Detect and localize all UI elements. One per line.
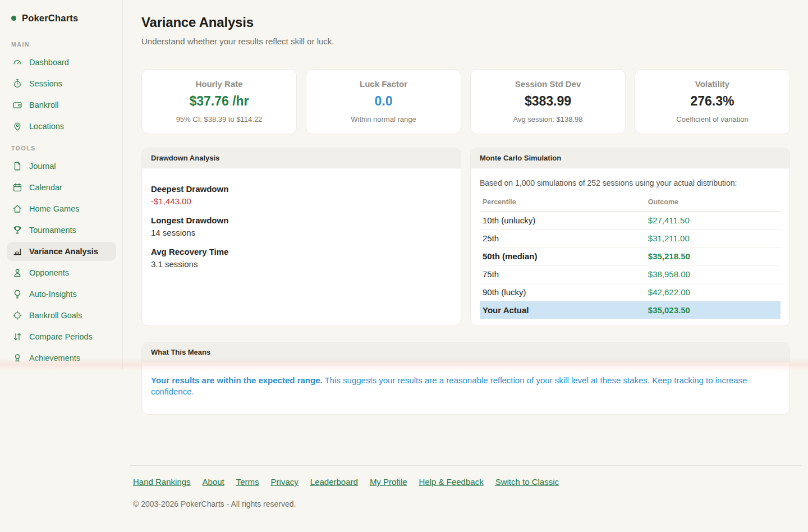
journal-icon xyxy=(12,161,22,171)
analysis-panels: Drawdown Analysis Deepest Drawdown -$1,4… xyxy=(141,148,790,326)
map-pin-icon xyxy=(12,121,22,131)
sidebar-item-label: Locations xyxy=(29,122,64,131)
sidebar-item-journal[interactable]: Journal xyxy=(7,157,116,176)
drawdown-recovery: Avg Recovery Time 3.1 sessions xyxy=(151,247,452,269)
drawdown-stat-label: Deepest Drawdown xyxy=(151,184,452,194)
sidebar-item-tournaments[interactable]: Tournaments xyxy=(7,221,116,240)
table-row: 75th $38,958.00 xyxy=(480,265,781,283)
sidebar-item-dashboard[interactable]: Dashboard xyxy=(7,53,116,72)
wallet-icon xyxy=(12,100,22,110)
sidebar-item-label: Calendar xyxy=(29,183,62,192)
percentile-cell: 50th (median) xyxy=(480,247,645,265)
percentile-cell: Your Actual xyxy=(480,301,645,319)
footer-link-terms[interactable]: Terms xyxy=(236,477,259,487)
outcome-cell: $35,023.50 xyxy=(645,301,781,319)
calendar-icon xyxy=(12,182,22,192)
table-row-your-actual: Your Actual $35,023.50 xyxy=(480,301,781,319)
what-this-means-body: Your results are within the expected ran… xyxy=(142,363,789,414)
drawdown-panel-body: Deepest Drawdown -$1,443.00 Longest Draw… xyxy=(142,168,461,287)
stat-sub: 95% CI: $38.39 to $114.22 xyxy=(150,115,288,123)
lightbulb-icon xyxy=(12,289,22,299)
column-header-percentile: Percentile xyxy=(480,198,645,212)
outcome-cell: $42,622.00 xyxy=(645,283,781,301)
person-icon xyxy=(12,268,22,278)
sidebar-item-variance-analysis[interactable]: Variance Analysis xyxy=(7,242,116,261)
footer-link-about[interactable]: About xyxy=(203,477,224,487)
sidebar-item-label: Achievements xyxy=(29,354,80,363)
sidebar-item-achievements[interactable]: Achievements xyxy=(7,348,116,368)
home-icon xyxy=(12,204,22,214)
stat-card-luck-factor: Luck Factor 0.0 Within normal range xyxy=(306,69,461,134)
footer-link-my-profile[interactable]: My Profile xyxy=(370,477,407,487)
app-name: PokerCharts xyxy=(22,13,78,24)
sidebar-item-session-alerts[interactable]: Session Alerts xyxy=(7,370,116,373)
sidebar-item-bankroll-goals[interactable]: Bankroll Goals xyxy=(7,306,116,325)
sidebar-item-label: Auto-Insights xyxy=(29,290,77,299)
footer: Hand Rankings About Terms Privacy Leader… xyxy=(130,465,801,508)
sidebar-item-auto-insights[interactable]: Auto-Insights xyxy=(7,285,116,304)
footer-link-help-feedback[interactable]: Help & Feedback xyxy=(419,477,484,487)
sidebar-item-calendar[interactable]: Calendar xyxy=(7,178,116,197)
trophy-icon xyxy=(12,225,22,235)
sidebar-item-label: Opponents xyxy=(29,268,69,277)
percentile-cell: 75th xyxy=(480,265,645,283)
table-row: 50th (median) $35,218.50 xyxy=(480,247,781,265)
stat-label: Hourly Rate xyxy=(150,79,288,89)
copyright-text: © 2003-2026 PokerCharts - All rights res… xyxy=(133,499,801,508)
sidebar-section-tools: TOOLS xyxy=(11,145,112,152)
app-logo[interactable]: PokerCharts xyxy=(0,0,123,24)
target-icon xyxy=(12,310,22,320)
sidebar-item-label: Journal xyxy=(29,162,56,171)
sidebar-item-opponents[interactable]: Opponents xyxy=(7,263,116,282)
drawdown-longest: Longest Drawdown 14 sessions xyxy=(151,215,452,237)
footer-link-hand-rankings[interactable]: Hand Rankings xyxy=(133,477,191,487)
stat-sub: Avg session: $138.98 xyxy=(479,115,617,123)
drawdown-panel-header: Drawdown Analysis xyxy=(142,148,461,168)
percentile-cell: 90th (lucky) xyxy=(480,283,645,301)
footer-link-privacy[interactable]: Privacy xyxy=(271,477,299,487)
stat-card-session-std-dev: Session Std Dev $383.99 Avg session: $13… xyxy=(470,69,626,134)
sidebar: PokerCharts MAIN Dashboard Sessions Bank… xyxy=(0,0,123,373)
sidebar-item-locations[interactable]: Locations xyxy=(7,117,116,136)
logo-dot-icon xyxy=(11,16,16,21)
outcome-cell: $38,958.00 xyxy=(645,265,781,283)
stats-row: Hourly Rate $37.76 /hr 95% CI: $38.39 to… xyxy=(141,69,790,134)
footer-link-switch-to-classic[interactable]: Switch to Classic xyxy=(495,477,559,487)
monte-carlo-panel-body: Based on 1,000 simulations of 252 sessio… xyxy=(471,168,789,326)
drawdown-analysis-panel: Drawdown Analysis Deepest Drawdown -$1,4… xyxy=(141,148,461,326)
compare-arrows-icon xyxy=(12,332,22,342)
table-row: 25th $31,211.00 xyxy=(480,230,781,247)
sidebar-item-label: Sessions xyxy=(29,79,62,88)
drawdown-stat-value: -$1,443.00 xyxy=(151,196,452,206)
monte-carlo-intro: Based on 1,000 simulations of 252 sessio… xyxy=(480,177,781,189)
main-content: Variance Analysis Understand whether you… xyxy=(123,0,808,532)
stat-value: $383.99 xyxy=(479,94,617,109)
stat-card-hourly-rate: Hourly Rate $37.76 /hr 95% CI: $38.39 to… xyxy=(141,69,297,134)
outcome-cell: $27,411.50 xyxy=(645,212,781,230)
sidebar-item-label: Dashboard xyxy=(29,58,69,67)
sidebar-item-compare-periods[interactable]: Compare Periods xyxy=(7,327,116,346)
stat-sub: Within normal range xyxy=(314,115,453,123)
monte-carlo-panel: Monte Carlo Simulation Based on 1,000 si… xyxy=(470,148,790,326)
footer-link-leaderboard[interactable]: Leaderboard xyxy=(310,477,358,487)
medal-icon xyxy=(12,353,22,363)
sidebar-item-bankroll[interactable]: Bankroll xyxy=(7,95,116,114)
what-this-means-lead: Your results are within the expected ran… xyxy=(151,375,323,385)
stopwatch-icon xyxy=(12,79,22,89)
sidebar-item-label: Bankroll Goals xyxy=(29,311,82,320)
sidebar-item-sessions[interactable]: Sessions xyxy=(7,74,116,93)
stat-sub: Coefficient of variation xyxy=(643,115,782,123)
drawdown-stat-label: Longest Drawdown xyxy=(151,215,452,225)
sidebar-item-home-games[interactable]: Home Games xyxy=(7,199,116,218)
drawdown-stat-value: 3.1 sessions xyxy=(151,259,452,269)
bar-chart-icon xyxy=(12,246,22,256)
table-header-row: Percentile Outcome xyxy=(480,198,781,212)
stat-card-volatility: Volatility 276.3% Coefficient of variati… xyxy=(635,69,790,134)
outcome-cell: $31,211.00 xyxy=(645,230,781,247)
sidebar-item-label: Variance Analysis xyxy=(29,247,98,256)
gauge-icon xyxy=(12,57,22,67)
stat-value: 0.0 xyxy=(314,94,453,109)
page-subtitle: Understand whether your results reflect … xyxy=(141,36,790,46)
drawdown-stat-label: Avg Recovery Time xyxy=(151,247,452,256)
footer-links: Hand Rankings About Terms Privacy Leader… xyxy=(133,477,801,487)
